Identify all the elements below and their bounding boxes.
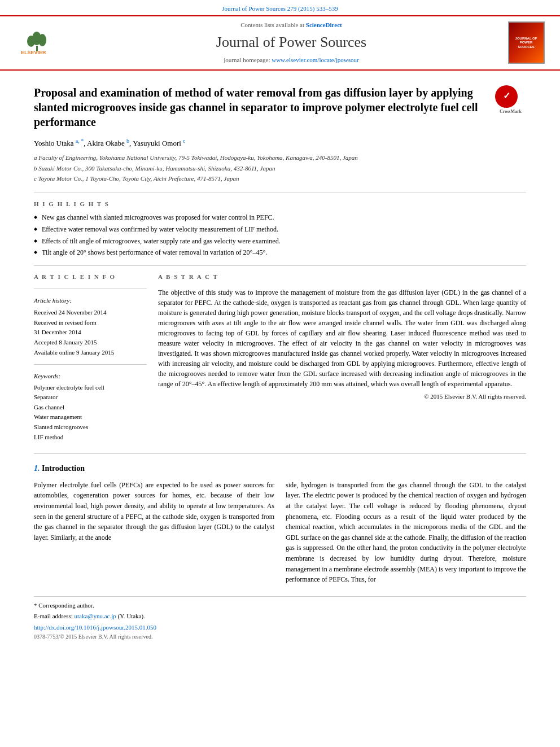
intro-two-col: Polymer electrolyte fuel cells (PEFCs) a…: [34, 480, 526, 585]
power-sources-logo-img: JOURNAL OF POWER SOURCES: [508, 21, 545, 64]
email-suffix: (Y. Utaka).: [118, 613, 145, 619]
abstract-label: A B S T R A C T: [158, 273, 526, 281]
intro-col-right: side, hydrogen is transported from the g…: [286, 480, 526, 585]
intro-text-right: side, hydrogen is transported from the g…: [286, 480, 526, 585]
highlight-1: New gas channel with slanted microgroove…: [34, 213, 526, 222]
author2-sup: b: [126, 138, 129, 144]
journal-banner: ELSEVIER Contents lists available at Sci…: [0, 16, 560, 70]
kw6: LIF method: [34, 433, 147, 443]
svg-text:ELSEVIER: ELSEVIER: [21, 50, 46, 55]
article-info-label: A R T I C L E I N F O: [34, 273, 147, 281]
affiliation-c: c Toyota Motor Co., 1 Toyota-Cho, Toyota…: [34, 174, 526, 184]
email-footnote: E-mail address: utaka@ynu.ac.jp (Y. Utak…: [34, 612, 526, 621]
kw1: Polymer electrolyte fuel cell: [34, 383, 147, 393]
crossmark-circle: ✓: [495, 85, 518, 108]
divider-3: [34, 289, 147, 289]
keywords-section: Keywords: Polymer electrolyte fuel cell …: [34, 372, 147, 442]
received-revised-label: Received in revised form: [34, 318, 147, 328]
affiliations: a Faculty of Engineering, Yokohama Natio…: [34, 153, 526, 184]
author1-sup: a, *: [76, 138, 84, 144]
affiliation-b: b Suzuki Motor Co., 300 Takatsuka-cho, M…: [34, 164, 526, 173]
homepage-line: journal homepage: www.elsevier.com/locat…: [79, 56, 504, 64]
crossmark-badge: ✓ CrossMark: [495, 85, 526, 116]
sciencedirect-line: Contents lists available at ScienceDirec…: [79, 21, 504, 29]
article-info-abstract: A R T I C L E I N F O Article history: R…: [34, 273, 526, 442]
svg-point-2: [38, 34, 46, 46]
abstract-section: A B S T R A C T The objective of this st…: [158, 273, 526, 442]
elsevier-svg: ELSEVIER: [20, 30, 71, 55]
divider-2: [34, 265, 526, 266]
homepage-link[interactable]: www.elsevier.com/locate/jpowsour: [272, 56, 358, 63]
history-label: Article history:: [34, 296, 147, 306]
corresponding-author: * Corresponding author.: [34, 601, 526, 610]
sciencedirect-link[interactable]: ScienceDirect: [306, 21, 342, 28]
banner-center: Contents lists available at ScienceDirec…: [79, 21, 504, 64]
email-label: E-mail address:: [34, 613, 73, 619]
logo-text: JOURNAL OF POWER SOURCES: [511, 37, 541, 49]
article-info-col: A R T I C L E I N F O Article history: R…: [34, 273, 147, 442]
email-link[interactable]: utaka@ynu.ac.jp: [74, 613, 116, 619]
kw3: Gas channel: [34, 403, 147, 413]
highlights-title: H I G H L I G H T S: [34, 200, 526, 208]
journal-citation: Journal of Power Sources 279 (2015) 533–…: [222, 5, 338, 12]
divider-1: [34, 193, 526, 193]
doi-url[interactable]: http://dx.doi.org/10.1016/j.jpowsour.201…: [34, 624, 156, 631]
received-date: Received 24 November 2014: [34, 308, 147, 318]
elsevier-logo-area: ELSEVIER: [11, 30, 79, 55]
highlight-2: Effective water removal was confirmed by…: [34, 225, 526, 234]
keywords-label: Keywords:: [34, 372, 147, 382]
author3-sup: c: [183, 138, 185, 144]
doi-line[interactable]: http://dx.doi.org/10.1016/j.jpowsour.201…: [34, 623, 526, 632]
author2-name: Akira Okabe: [87, 139, 125, 147]
received-revised-date: 31 December 2014: [34, 327, 147, 338]
highlight-3: Effects of tilt angle of microgrooves, w…: [34, 237, 526, 246]
highlights-section: H I G H L I G H T S New gas channel with…: [34, 200, 526, 258]
intro-section: 1. Introduction Polymer electrolyte fuel…: [34, 463, 526, 585]
article-history: Article history: Received 24 November 20…: [34, 296, 147, 358]
issn-line: 0378-7753/© 2015 Elsevier B.V. All right…: [34, 633, 526, 641]
divider-4: [34, 364, 147, 365]
footnote-area: * Corresponding author. E-mail address: …: [34, 596, 526, 641]
copyright: © 2015 Elsevier B.V. All rights reserved…: [158, 392, 526, 401]
intro-heading: 1. Introduction: [34, 463, 526, 474]
section-title: Introduction: [42, 464, 85, 473]
section-number: 1.: [34, 464, 40, 473]
intro-col-left: Polymer electrolyte fuel cells (PEFCs) a…: [34, 480, 274, 585]
available-date: Available online 9 January 2015: [34, 348, 147, 358]
journal-title-banner: Journal of Power Sources: [79, 32, 504, 53]
highlight-4: Tilt angle of 20° shows best performance…: [34, 248, 526, 257]
abstract-text: The objective of this study was to impro…: [158, 287, 526, 389]
banner-logo: JOURNAL OF POWER SOURCES: [504, 21, 549, 64]
main-content: Proposal and examination of method of wa…: [0, 71, 560, 652]
affiliation-a: a Faculty of Engineering, Yokohama Natio…: [34, 153, 526, 163]
kw4: Water management: [34, 412, 147, 422]
journal-citation-header: Journal of Power Sources 279 (2015) 533–…: [0, 0, 560, 16]
kw5: Slanted microgrooves: [34, 422, 147, 433]
crossmark-label: CrossMark: [495, 109, 526, 115]
author1-name: Yoshio Utaka: [34, 139, 74, 147]
kw2: Separator: [34, 392, 147, 403]
accepted-date: Accepted 8 January 2015: [34, 338, 147, 348]
author3-name: Yasuyuki Omori: [133, 139, 181, 147]
article-title: Proposal and examination of method of wa…: [34, 85, 526, 129]
intro-text-left: Polymer electrolyte fuel cells (PEFCs) a…: [34, 480, 274, 543]
divider-5: [34, 453, 526, 454]
authors-line: Yoshio Utaka a, *, Akira Okabe b, Yasuyu…: [34, 137, 526, 149]
